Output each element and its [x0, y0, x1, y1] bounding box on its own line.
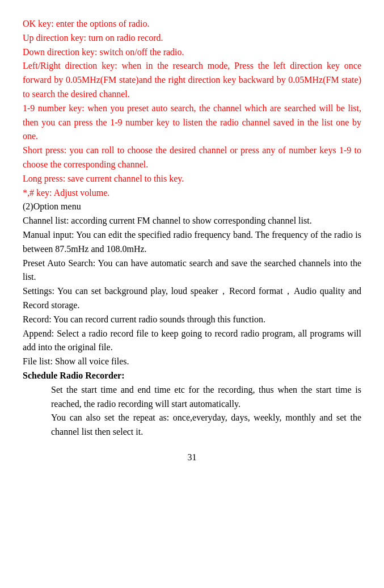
- paragraph-append: Append: Select a radio record file to ke…: [23, 327, 361, 355]
- paragraph-up-key: Up direction key: turn on radio record.: [23, 31, 361, 45]
- paragraph-preset-auto: Preset Auto Search: You can have automat…: [23, 257, 361, 285]
- paragraph-down-key: Down direction key: switch on/off the ra…: [23, 45, 361, 60]
- paragraph-long-press: Long press: save current channel to this…: [23, 172, 361, 186]
- paragraph-schedule-header: Schedule Radio Recorder:: [23, 369, 361, 383]
- paragraph-schedule-body2: You can also set the repeat as: once,eve…: [51, 411, 361, 439]
- paragraph-hash-key: *,# key: Adjust volume.: [23, 186, 361, 200]
- paragraph-19-key: 1-9 number key: when you preset auto sea…: [23, 102, 361, 144]
- paragraph-short-press: Short press: you can roll to choose the …: [23, 144, 361, 172]
- paragraph-ok-key: OK key: enter the options of radio.: [23, 17, 361, 31]
- paragraph-schedule-body1: Set the start time and end time etc for …: [51, 383, 361, 411]
- paragraph-file-list: File list: Show all voice files.: [23, 355, 361, 369]
- paragraph-manual-input: Manual input: You can edit the specified…: [23, 228, 361, 257]
- paragraph-settings: Settings: You can set background play, l…: [23, 284, 361, 313]
- paragraph-record: Record: You can record current radio sou…: [23, 313, 361, 327]
- paragraph-leftright-key: Left/Right direction key: when in the re…: [23, 59, 361, 101]
- page-number: 31: [23, 451, 361, 464]
- paragraph-channel-list: Channel list: according current FM chann…: [23, 214, 361, 228]
- paragraph-option-menu: (2)Option menu: [23, 200, 361, 214]
- page-content: OK key: enter the options of radio. Up d…: [23, 17, 361, 464]
